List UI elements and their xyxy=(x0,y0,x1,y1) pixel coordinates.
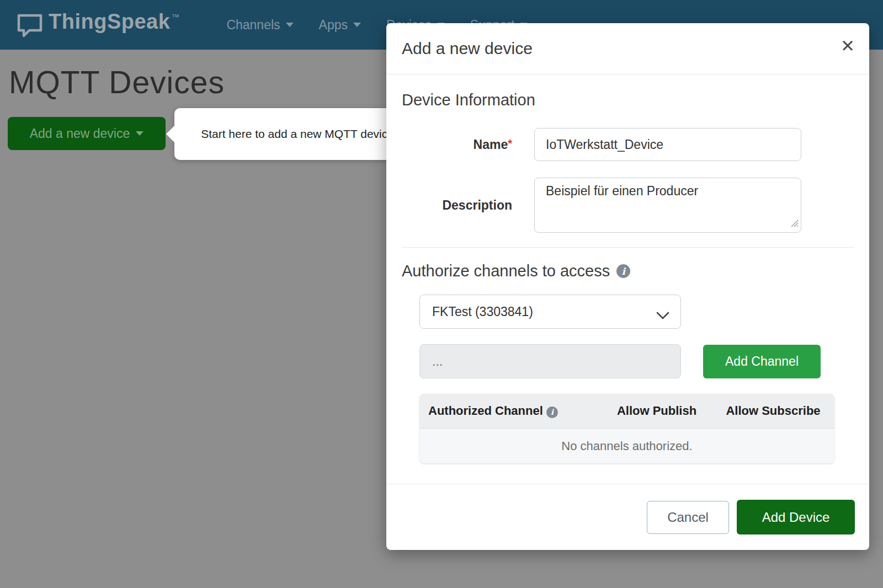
description-row: Description Beispiel für einen Producer xyxy=(402,178,854,233)
channel-field-input xyxy=(419,344,681,378)
device-information-heading-text: Device Information xyxy=(402,91,535,109)
add-channel-button[interactable]: Add Channel xyxy=(703,345,821,378)
cancel-button[interactable]: Cancel xyxy=(647,501,729,534)
channel-select[interactable]: FKTest (3303841) xyxy=(419,295,681,329)
name-label-text: Name xyxy=(474,137,508,152)
name-row: Name* xyxy=(402,128,854,161)
description-label-text: Description xyxy=(442,198,512,212)
device-information-heading: Device Information xyxy=(402,91,854,109)
add-new-device-label: Add a new device xyxy=(30,126,130,141)
description-label: Description xyxy=(402,198,534,213)
tooltip-arrow-left xyxy=(166,125,175,143)
info-icon[interactable]: i xyxy=(616,264,630,278)
empty-table-row: No channels authorized. xyxy=(419,428,834,463)
nav-label-apps: Apps xyxy=(319,18,348,33)
channel-add-row: Add Channel xyxy=(419,344,854,378)
modal-body: Device Information Name* Description Bei… xyxy=(386,74,869,463)
caret-down-icon xyxy=(353,23,361,27)
column-allow-subscribe: Allow Subscribe xyxy=(712,394,834,428)
add-new-device-dropdown-button[interactable]: Add a new device xyxy=(8,117,166,150)
caret-down-icon xyxy=(136,131,143,136)
authorize-channels-heading: Authorize channels to access i xyxy=(402,262,854,280)
add-device-modal: Add a new device ✕ Device Information Na… xyxy=(386,23,869,550)
brand-name: ThingSpeak xyxy=(49,10,170,34)
device-description-textarea[interactable]: Beispiel für einen Producer xyxy=(534,178,801,233)
required-asterisk: * xyxy=(508,137,512,149)
modal-header: Add a new device xyxy=(386,23,869,74)
tooltip-text: Start here to add a new MQTT device. xyxy=(201,127,397,141)
brand-trademark: ™ xyxy=(171,12,179,22)
column-authorized-channel: Authorized Channel i xyxy=(419,394,602,428)
authorize-channels-heading-text: Authorize channels to access xyxy=(402,262,610,280)
nav-item-channels[interactable]: Channels xyxy=(226,18,293,33)
speech-bubble-icon xyxy=(17,10,43,40)
modal-title: Add a new device xyxy=(402,39,533,58)
table-header-row: Authorized Channel i Allow Publish Allow… xyxy=(419,394,834,428)
chevron-down-icon xyxy=(656,308,669,323)
device-name-input[interactable] xyxy=(534,128,801,161)
nav-label-channels: Channels xyxy=(226,18,280,33)
authorized-channels-table: Authorized Channel i Allow Publish Allow… xyxy=(419,394,834,463)
caret-down-icon xyxy=(286,23,294,27)
page-title: MQTT Devices xyxy=(9,64,225,100)
close-icon[interactable]: ✕ xyxy=(841,38,855,55)
modal-footer: Cancel Add Device xyxy=(386,484,869,550)
add-device-button[interactable]: Add Device xyxy=(737,500,855,534)
name-label: Name* xyxy=(402,137,534,152)
channel-select-value: FKTest (3303841) xyxy=(432,304,533,319)
thingspeak-logo[interactable]: ThingSpeak ™ xyxy=(17,10,179,40)
info-icon[interactable]: i xyxy=(546,407,558,418)
empty-table-message: No channels authorized. xyxy=(419,428,834,463)
column-authorized-channel-label: Authorized Channel xyxy=(428,404,543,418)
column-allow-publish: Allow Publish xyxy=(602,394,712,428)
section-divider xyxy=(402,247,854,248)
nav-item-apps[interactable]: Apps xyxy=(319,18,361,33)
